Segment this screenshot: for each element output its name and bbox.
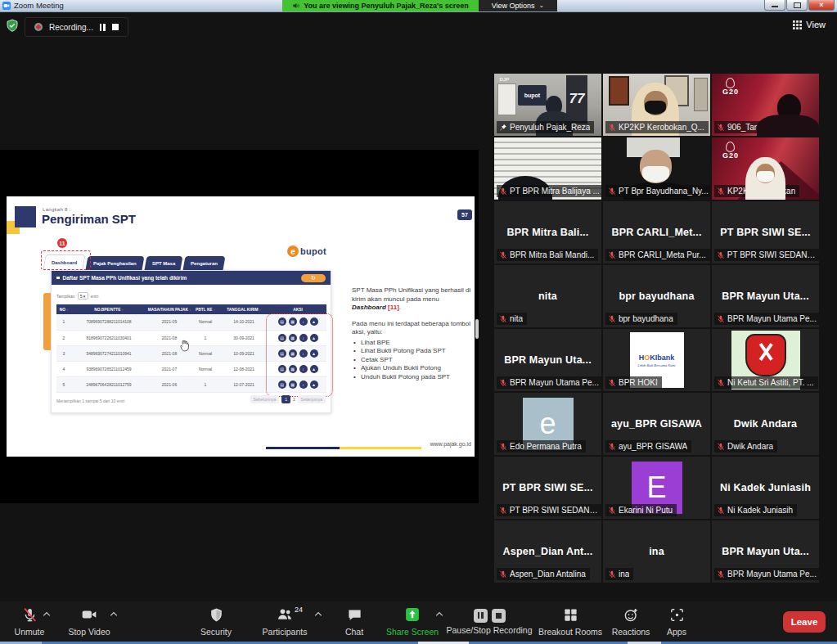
row-action-button: ▤ <box>278 381 286 389</box>
speaker-icon <box>292 2 300 10</box>
participant-video-tile[interactable]: G20906_Tangkas S <box>712 74 819 136</box>
window-title: Zoom Meeting <box>14 1 64 10</box>
participant-tile[interactable]: inaina <box>603 520 710 583</box>
muted-mic-icon <box>499 251 507 259</box>
table-cell: 12-07-2021 <box>218 376 269 392</box>
slide-decoration <box>15 206 36 227</box>
zoom-meeting-window: Zoom Meeting You are viewing Penyuluh Pa… <box>0 0 837 644</box>
apps-button[interactable]: Apps <box>658 601 695 642</box>
view-options-button[interactable]: View Options ⌄ <box>479 0 557 11</box>
table-row: 4938969072652110124592021-07Normal12-08-… <box>56 361 326 376</box>
table-cell: 93896907265211012459 <box>71 361 146 376</box>
reactions-icon <box>623 607 639 624</box>
participant-tile[interactable]: BPR Mayun Uta...BPR Mayun Utama Pe... <box>712 265 819 327</box>
participant-tile[interactable]: Dwik AndaraDwik Andara <box>712 393 819 455</box>
participant-name-label: ayu_BPR GISAWA <box>605 440 691 453</box>
participant-tile[interactable]: BPR CRISTYNi Ketut Sri Astiti, PT. ... <box>712 329 819 391</box>
table-header-cell: TANGGAL KIRIM ↕ <box>218 304 269 314</box>
chat-button[interactable]: Chat <box>337 601 371 642</box>
participant-video-tile[interactable]: KP2KP Kerobokan_Q... <box>603 74 710 136</box>
participant-video-tile[interactable]: PT Bpr Bayudhana_Ny... <box>603 137 710 200</box>
table-row: 2818969072262110304012021-08130-09-2021▤… <box>56 330 326 345</box>
row-action-button: ↓ <box>299 349 308 358</box>
participant-tile[interactable]: BPR Mayun Uta...BPR Mayun Utama Pe... <box>494 329 601 391</box>
close-button[interactable]: × <box>808 0 835 11</box>
participant-tile[interactable]: PT BPR SIWI SE...PT BPR SIWI SEDANA... <box>494 457 601 519</box>
participant-name-label: bpr bayudhana <box>605 313 677 325</box>
participant-video-tile[interactable]: DJPbupot77Penyuluh Pajak_Reza <box>494 74 601 136</box>
participant-tile[interactable]: Ni Kadek JuniasihNi Kadek Juniasih <box>712 457 819 519</box>
orange-side-tab <box>43 293 51 350</box>
sort-icon: ↕ <box>214 308 215 312</box>
table-cell: Normal <box>192 345 218 361</box>
participant-tile[interactable]: Aspen_Dian Ant...Aspen_Dian Antalina <box>494 520 601 583</box>
panel-resize-handle[interactable] <box>475 319 479 339</box>
reactions-button[interactable]: Reactions <box>607 601 655 642</box>
maximize-button[interactable] <box>786 0 808 11</box>
table-cell: Normal <box>192 361 218 376</box>
participant-tile[interactable]: bpr bayudhanabpr bayudhana <box>603 265 710 327</box>
row-action-button: ▲ <box>310 317 318 326</box>
prev-page-button: Sebelumnya <box>250 395 280 403</box>
row-action-button: ▦ <box>289 381 297 389</box>
banner-text: You are viewing Penyuluh Pajak_Reza's sc… <box>304 2 469 10</box>
pause-stop-recording-button[interactable]: Pause/Stop Recording <box>445 601 533 642</box>
table-cell: 54896907274211010941 <box>71 345 146 361</box>
highlight-dashed-box <box>41 250 91 270</box>
security-button[interactable]: Security <box>191 601 241 642</box>
participant-tile[interactable]: BPR CARLI_Met...BPR CARLI_Meta Pur... <box>603 201 710 263</box>
leave-button[interactable]: Leave <box>783 611 826 633</box>
participant-tile[interactable]: nitanita <box>494 265 601 327</box>
g20-ornament-icon <box>726 142 735 152</box>
row-action-button: ▤ <box>278 317 286 326</box>
note-item: Ajukan Unduh Bukti Potong <box>353 364 473 373</box>
djp-watermark: DJP <box>500 77 510 82</box>
chevron-up-icon[interactable] <box>43 609 51 619</box>
share-screen-button[interactable]: Share Screen <box>381 601 443 642</box>
participant-tile[interactable]: HOKIbankLebih Baik Bersama KamiBPR HOKI <box>603 329 710 391</box>
table-cell: 24896706428211012759 <box>71 376 146 392</box>
unmute-button[interactable]: Unmute <box>8 601 51 642</box>
row-action-button: ▤ <box>278 334 286 342</box>
ebupot-logo: e bupot <box>287 245 326 257</box>
participant-tile[interactable]: BPR Mayun Uta...BPR Mayun Utama Pe... <box>712 520 819 583</box>
participants-button[interactable]: 24Participants <box>247 601 322 642</box>
table-cell: 30-09-2021 <box>218 330 269 345</box>
row-action-button: ▤ <box>278 349 286 358</box>
unmute-label: Unmute <box>15 627 45 637</box>
table-cell: 14-10-2021 <box>218 314 269 330</box>
table-row: 3548969072742110109412021-08Normal10-09-… <box>56 345 326 361</box>
stop-video-button[interactable]: Stop Video <box>61 601 118 642</box>
zoom-app-icon <box>2 2 11 10</box>
stop-recording-button[interactable] <box>112 24 119 30</box>
participant-video-tile[interactable]: PT BPR Mitra Balijaya ... <box>494 137 601 200</box>
muted-mic-icon <box>499 187 507 196</box>
participant-name-label: nita <box>497 313 527 325</box>
participant-tile[interactable]: eEdo Permana Putra <box>494 393 601 455</box>
slide-tab-pajak-penghasilan: Pajak Penghasilan <box>86 256 145 270</box>
chevron-up-icon[interactable] <box>314 609 322 619</box>
note-item: Unduh Bukti Potong pada SPT <box>353 373 473 382</box>
slide-notes: SPT Masa PPh Unifikasi yang berhasil di … <box>352 286 473 381</box>
row-action-button: ▤ <box>278 365 286 373</box>
table-actions-cell: ▤▦↓▲ <box>269 345 326 361</box>
breakout-rooms-button[interactable]: Breakout Rooms <box>535 601 605 642</box>
recording-dot-icon <box>34 23 43 31</box>
row-action-button: ▦ <box>289 334 297 342</box>
pause-recording-button[interactable] <box>100 24 106 31</box>
chevron-up-icon[interactable] <box>435 609 443 619</box>
table-cell: 2021-07 <box>146 361 192 376</box>
chevron-up-icon[interactable] <box>110 609 118 619</box>
minimize-button[interactable] <box>764 0 785 11</box>
sort-icon: ↕ <box>122 308 124 312</box>
note-item: Cetak SPT <box>353 356 473 365</box>
table-actions-cell: ▤▦↓▲ <box>269 314 326 330</box>
participant-tile[interactable]: BPR Mitra Bali...BPR Mitra Bali Mandi... <box>494 201 601 263</box>
participant-tile[interactable]: EEkarini Ni Putu <box>603 457 710 519</box>
unmute-icon <box>22 607 38 624</box>
participant-video-tile[interactable]: G20KP2KP Kerobokan <box>712 137 819 200</box>
table-cell: 5 <box>56 376 71 392</box>
participant-tile[interactable]: ayu_BPR GISAWAayu_BPR GISAWA <box>603 393 710 455</box>
gallery-view-button[interactable]: View <box>793 20 826 29</box>
participant-tile[interactable]: PT BPR SIWI SE...PT BPR SIWI SEDANA... <box>712 201 819 263</box>
